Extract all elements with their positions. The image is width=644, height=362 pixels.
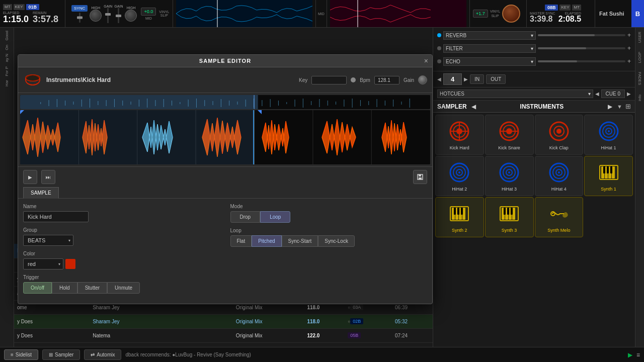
svg-rect-52 xyxy=(507,208,509,215)
sampler-prev[interactable]: ◀ xyxy=(470,103,477,110)
svg-rect-1 xyxy=(330,0,466,27)
sampler-next[interactable]: ▶ xyxy=(606,103,614,110)
next-btn[interactable]: ⏭ xyxy=(41,170,55,184)
instrument-synth1[interactable]: Synth 1 xyxy=(584,156,633,196)
key-input[interactable] xyxy=(311,76,347,84)
filter-slider[interactable] xyxy=(538,47,625,49)
sidelist-tab[interactable]: ≡ Sidelist xyxy=(4,349,38,360)
hihat3-icon xyxy=(497,160,521,185)
loop-value[interactable]: 4 xyxy=(443,73,462,85)
instrument-kick-clap[interactable]: Kick Clap xyxy=(535,115,584,155)
instrument-hihat4[interactable]: HiHat 4 xyxy=(535,156,584,196)
sampler-tab[interactable]: ⊞ Sampler xyxy=(42,349,80,360)
waveform-left[interactable] xyxy=(176,0,312,27)
table-row[interactable]: y Does Sharam Jey Original Mix 118.0 ○02… xyxy=(14,314,433,328)
hotcues-prev[interactable]: ◀ xyxy=(595,91,599,97)
waveform-overview-strip[interactable] xyxy=(20,95,430,109)
echo-dot[interactable] xyxy=(437,59,441,63)
instrument-synth3[interactable]: Synth 3 xyxy=(485,197,534,237)
deck-right-controls: +1.7 VINYL SLIP xyxy=(469,0,523,27)
high-knob-right[interactable] xyxy=(125,10,137,22)
svg-rect-127 xyxy=(419,177,422,179)
sampler-filter-icon[interactable]: ▼ xyxy=(617,104,622,110)
play-btn[interactable]: ▶ xyxy=(23,170,37,184)
filter-label: FILTER xyxy=(446,46,463,51)
echo-select[interactable]: ECHO ▾ xyxy=(443,57,536,66)
filter-select[interactable]: FILTER ▾ xyxy=(443,44,536,53)
instrument-synthmelo[interactable]: Synth Melo xyxy=(535,197,584,237)
save-btn[interactable] xyxy=(413,170,427,184)
bpm-input[interactable]: 128.1 xyxy=(374,76,399,84)
reverb-select[interactable]: REVERB ▾ xyxy=(443,31,536,40)
high-knob-left[interactable] xyxy=(90,10,102,22)
color-select[interactable]: red xyxy=(23,258,63,269)
deck-right: 08B KEY MT MASTER SYNC 3:39.8 ELAPSED 2:… xyxy=(526,0,592,27)
hihat2-icon xyxy=(447,160,471,185)
instrument-hihat3[interactable]: HiHat 3 xyxy=(485,156,534,196)
pitch-display-right: +1.7 xyxy=(473,10,488,18)
svg-point-13 xyxy=(556,129,561,134)
loop-in-btn[interactable]: IN xyxy=(470,74,484,84)
waveform-right[interactable] xyxy=(330,0,466,27)
loop-pitched-btn[interactable]: Pitched xyxy=(252,235,281,247)
table-row[interactable]: y Does Natema Original Mix 122.0 05B 07:… xyxy=(14,328,433,342)
hotcues-select[interactable]: HOTCUES ▾ xyxy=(437,89,593,98)
instruments-grid: Kick Hard Kick Snare xyxy=(433,113,635,239)
svg-rect-36 xyxy=(607,166,609,173)
mode-drop-btn[interactable]: Drop xyxy=(230,211,261,223)
elapsed-time-left: 1:15.0 xyxy=(3,15,29,24)
loop-next-arrow[interactable]: ▶ xyxy=(464,76,468,82)
instrument-kick-snare[interactable]: Kick Snare xyxy=(485,115,534,155)
reverb-dot[interactable] xyxy=(437,33,441,37)
key-dot[interactable] xyxy=(351,77,356,82)
automix-tab[interactable]: ⇄ Automix xyxy=(84,349,121,360)
instrument-synth2[interactable]: Synth 2 xyxy=(435,197,484,237)
mode-loop-btn[interactable]: Loop xyxy=(260,211,290,223)
hihat1-label: HiHat 1 xyxy=(601,145,616,150)
hotcues-next[interactable]: ▶ xyxy=(627,91,631,97)
tab-sample[interactable]: SAMPLE xyxy=(23,187,59,199)
play-btn-bottom[interactable]: ▶ xyxy=(628,351,632,358)
instrument-kick-hard[interactable]: Kick Hard xyxy=(435,115,484,155)
reverb-slider[interactable] xyxy=(538,34,625,36)
sync-btn-left[interactable]: SYNC xyxy=(71,5,88,12)
vinyl-label-right: VINYL xyxy=(490,10,500,13)
filter-dot[interactable] xyxy=(437,46,441,50)
svg-rect-43 xyxy=(454,208,456,215)
svg-rect-51 xyxy=(504,208,506,215)
settings-btn-bottom[interactable]: ≡ xyxy=(636,351,640,358)
trigger-stutter-btn[interactable]: Stutter xyxy=(77,282,107,294)
high-label-right: HIGH xyxy=(127,6,136,10)
track-num-right: 08B xyxy=(545,5,558,11)
trigger-hold-btn[interactable]: Hold xyxy=(52,282,77,294)
echo-slider[interactable] xyxy=(538,60,625,62)
trigger-unmute-btn[interactable]: Unmute xyxy=(107,282,140,294)
name-input[interactable] xyxy=(23,211,89,222)
crossfader-knob[interactable] xyxy=(502,5,520,23)
fades-tab[interactable]: FADES xyxy=(636,70,643,87)
waveform-main-display[interactable] xyxy=(20,110,430,164)
reverb-plus[interactable]: + xyxy=(627,32,631,39)
name-row: Name xyxy=(23,204,220,222)
modal-close-btn[interactable]: × xyxy=(424,57,428,64)
loop-prev-arrow[interactable]: ◀ xyxy=(437,76,441,82)
echo-plus[interactable]: + xyxy=(627,58,631,65)
kick-snare-icon xyxy=(497,119,521,143)
color-label: Color xyxy=(23,251,220,256)
gain-knob[interactable] xyxy=(418,75,427,84)
info-tab[interactable]: info xyxy=(636,93,643,103)
instrument-hihat1[interactable]: HiHat 1 xyxy=(584,115,633,155)
loop-out-btn[interactable]: OUT xyxy=(486,74,506,84)
group-select[interactable]: BEATS xyxy=(23,235,73,246)
instrument-hihat2[interactable]: HiHat 2 xyxy=(435,156,484,196)
user-tab[interactable]: USER xyxy=(636,30,643,45)
loop-tab[interactable]: LOOP xyxy=(636,50,643,65)
filter-plus[interactable]: + xyxy=(627,45,631,52)
bpm-label: Bpm xyxy=(360,77,370,83)
sampler-grid-icon[interactable]: ⊞ xyxy=(625,103,631,110)
loop-flat-btn[interactable]: Flat xyxy=(230,235,252,247)
loop-synclock-btn[interactable]: Sync-Lock xyxy=(318,235,355,247)
loop-syncstart-btn[interactable]: Sync-Start xyxy=(282,235,318,247)
trigger-onoff-btn[interactable]: On/off xyxy=(23,282,52,294)
hihat2-label: HiHat 2 xyxy=(452,187,467,192)
